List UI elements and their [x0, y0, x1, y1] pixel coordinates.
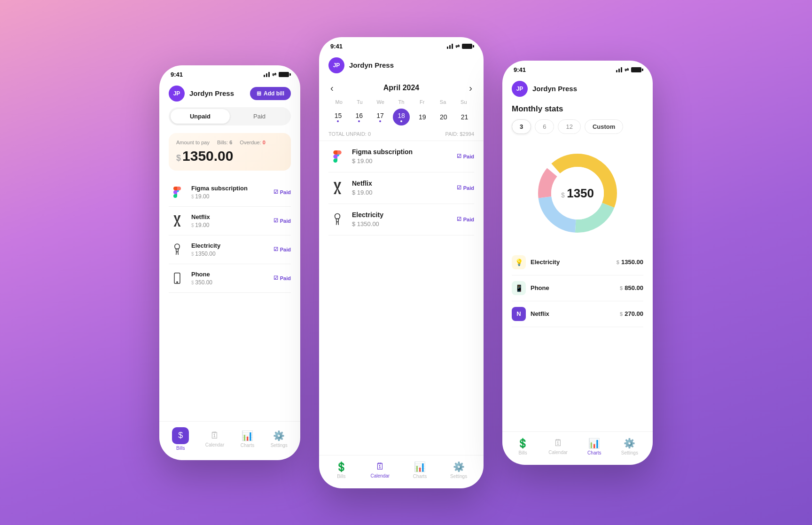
electricity-icon — [169, 241, 186, 258]
cal-netflix-icon — [328, 179, 346, 197]
status-bar-3: 9:41 ⇌ — [502, 61, 653, 77]
username-1: Jordyn Press — [189, 89, 245, 97]
bill-item-figma[interactable]: Figma subscription $ 19.00 ☑ Paid — [169, 178, 291, 207]
nav-calendar-2[interactable]: 🗓 Calendar — [371, 461, 390, 478]
status-bar-1: 9:41 ⇌ — [159, 65, 300, 82]
status-bar-2: 9:41 ⇌ — [319, 37, 484, 54]
bill-item-electricity[interactable]: Electricity $ 1350.00 ☑ Paid — [169, 235, 291, 264]
username-3: Jordyn Press — [532, 85, 643, 93]
chart-item-netflix[interactable]: N Netflix $ 270.00 — [512, 301, 643, 327]
wifi-icon-2: ⇌ — [455, 43, 460, 49]
paid-badge-phone: ☑ Paid — [273, 275, 291, 281]
chart-item-phone[interactable]: 📱 Phone $ 850.00 — [512, 275, 643, 301]
phone-bill-icon — [169, 270, 186, 287]
cal-date-19[interactable]: 19 — [414, 109, 431, 125]
month-year: April 2024 — [383, 84, 419, 92]
username-2: Jordyn Press — [349, 61, 474, 69]
signal-icon-3 — [616, 67, 622, 72]
cal-bill-electricity[interactable]: Electricity $ 1350.00 ☑ Paid — [328, 204, 474, 235]
donut-chart: $ 1350 — [502, 141, 653, 250]
bill-info-electricity: Electricity $ 1350.00 — [191, 242, 268, 257]
cal-bill-netflix[interactable]: Netflix $ 19.00 ☑ Paid — [328, 172, 474, 204]
battery-icon-2 — [462, 44, 472, 49]
period-3[interactable]: 3 — [512, 119, 531, 134]
nav-bills-3[interactable]: 💲 Bills — [517, 438, 529, 455]
phone-calendar: 9:41 ⇌ JP Jordyn Press ‹ April 2024 › Mo — [319, 37, 484, 488]
cal-paid-figma: ☑ Paid — [457, 153, 474, 159]
bill-info-figma: Figma subscription $ 19.00 — [191, 185, 268, 200]
status-icons-3: ⇌ — [616, 67, 641, 73]
cal-bill-figma[interactable]: Figma subscription $ 19.00 ☑ Paid — [328, 141, 474, 172]
electricity-dot: 💡 — [512, 255, 526, 269]
cal-date-15[interactable]: 15 — [329, 109, 346, 125]
bill-item-phone[interactable]: Phone $ 350.00 ☑ Paid — [169, 264, 291, 293]
next-month-button[interactable]: › — [469, 83, 472, 94]
wifi-icon-1: ⇌ — [272, 71, 276, 78]
period-6[interactable]: 6 — [535, 119, 554, 134]
cal-date-16[interactable]: 16 — [351, 109, 367, 125]
amount-card: Amount to pay Bills: 6 Overdue: 0 $1350.… — [169, 133, 291, 171]
nav-charts-2[interactable]: 📊 Charts — [413, 461, 427, 479]
cal-paid-electricity: ☑ Paid — [457, 216, 474, 222]
period-custom[interactable]: Custom — [585, 119, 623, 134]
prev-month-button[interactable]: ‹ — [330, 83, 334, 94]
donut-wrapper: $ 1350 — [531, 146, 625, 240]
cal-summary: TOTAL UNPAID: 0 PAID: $2994 — [319, 125, 484, 141]
period-12[interactable]: 12 — [558, 119, 580, 134]
bill-item-netflix[interactable]: Netflix $ 19.00 ☑ Paid — [169, 207, 291, 235]
netflix-dot: N — [512, 307, 526, 321]
nav-charts-1[interactable]: 📊 Charts — [241, 430, 254, 448]
charts-nav-icon-2: 📊 — [414, 461, 426, 472]
user-header-3: JP Jordyn Press — [502, 77, 653, 102]
cal-date-17[interactable]: 17 — [372, 109, 389, 125]
period-tabs: 3 6 12 Custom — [502, 119, 653, 141]
cal-date-21[interactable]: 21 — [456, 109, 473, 125]
calendar-nav-icon-1: 🗓 — [210, 430, 219, 441]
bottom-nav-1: $ Bills 🗓 Calendar 📊 Charts ⚙️ Settings — [159, 421, 300, 460]
nav-settings-3[interactable]: ⚙️ Settings — [621, 438, 638, 455]
battery-icon-1 — [279, 72, 289, 77]
cal-paid-netflix: ☑ Paid — [457, 185, 474, 191]
nav-bills-1[interactable]: $ Bills — [172, 427, 189, 451]
netflix-icon — [169, 212, 186, 229]
time-1: 9:41 — [171, 71, 183, 78]
cal-date-18[interactable]: 18 — [393, 109, 410, 125]
time-2: 9:41 — [330, 43, 343, 50]
settings-nav-icon-2: ⚙️ — [453, 461, 465, 472]
nav-settings-2[interactable]: ⚙️ Settings — [450, 461, 467, 479]
signal-icon-1 — [264, 72, 270, 77]
bills-tabs: Unpaid Paid — [169, 107, 291, 125]
donut-center: $ 1350 — [561, 186, 594, 200]
calendar-nav-icon-2: 🗓 — [375, 461, 385, 472]
add-bill-button[interactable]: ⊞ Add bill — [250, 87, 291, 100]
calendar-header: ‹ April 2024 › — [319, 79, 484, 99]
nav-settings-1[interactable]: ⚙️ Settings — [271, 430, 288, 448]
phone-bills: 9:41 ⇌ JP Jordyn Press ⊞ Add bill Unpaid… — [159, 65, 300, 460]
chart-item-electricity[interactable]: 💡 Electricity $ 1350.00 — [512, 250, 643, 275]
nav-calendar-3[interactable]: 🗓 Calendar — [548, 438, 568, 455]
nav-charts-3[interactable]: 📊 Charts — [587, 438, 601, 455]
cal-bill-list: Figma subscription $ 19.00 ☑ Paid Netfli… — [319, 141, 484, 455]
bill-list-1: Figma subscription $ 19.00 ☑ Paid Netfli… — [159, 178, 300, 421]
cal-date-20[interactable]: 20 — [435, 109, 452, 125]
battery-icon-3 — [631, 67, 641, 72]
charts-nav-icon-1: 📊 — [242, 430, 253, 441]
bills-nav-icon-3: 💲 — [517, 438, 529, 449]
bottom-nav-3: 💲 Bills 🗓 Calendar 📊 Charts ⚙️ Settings — [502, 431, 653, 465]
amount-meta: Amount to pay Bills: 6 Overdue: 0 — [176, 140, 283, 145]
tab-paid[interactable]: Paid — [230, 109, 289, 124]
avatar-1: JP — [169, 86, 185, 102]
nav-bills-2[interactable]: 💲 Bills — [336, 461, 347, 479]
bill-info-netflix: Netflix $ 19.00 — [191, 213, 268, 228]
settings-nav-icon-1: ⚙️ — [273, 430, 285, 441]
monthly-stats-label: Monthly stats — [502, 102, 653, 119]
nav-calendar-1[interactable]: 🗓 Calendar — [205, 430, 225, 447]
figma-icon — [169, 184, 186, 201]
avatar-2: JP — [328, 57, 344, 73]
calendar-grid: Mo Tu We Th Fr Sa Su 15 16 17 18 19 20 2… — [319, 99, 484, 125]
tab-unpaid[interactable]: Unpaid — [171, 109, 230, 124]
cal-electricity-icon — [328, 211, 346, 228]
signal-icon-2 — [447, 44, 453, 49]
cal-bill-info-netflix: Netflix $ 19.00 — [352, 180, 451, 196]
time-3: 9:41 — [514, 66, 526, 73]
